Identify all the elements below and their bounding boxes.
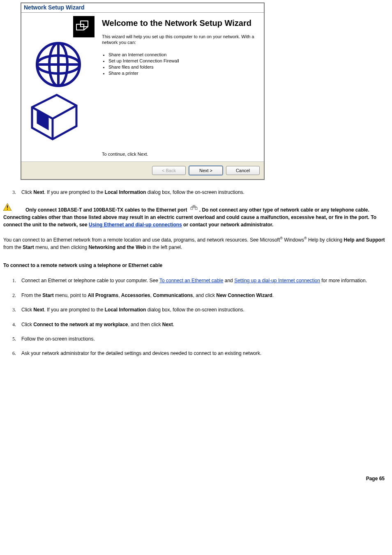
page-number: Page 65: [2, 472, 390, 485]
wizard-titlebar: Network Setup Wizard: [21, 3, 264, 13]
printer-icon: [24, 91, 81, 144]
wizard-button-row: < Back Next > Cancel: [21, 161, 264, 179]
step-text: Follow the on-screen instructions.: [21, 336, 390, 343]
wizard-heading: Welcome to the Network Setup Wizard: [102, 18, 257, 28]
step-text: Click Next. If you are prompted to the L…: [21, 189, 390, 196]
step-number: 2.: [12, 292, 21, 299]
step-text: Click Next. If you are prompted to the L…: [21, 306, 390, 313]
step-number: 5.: [12, 336, 21, 343]
help-paragraph: You can connect to an Ethernet network f…: [3, 236, 389, 251]
wizard-sidebar-art: [21, 13, 98, 161]
connect-ethernet-link[interactable]: To connect an Ethernet cable: [159, 278, 223, 283]
step-number: 4.: [12, 321, 21, 328]
warning-icon: [3, 203, 12, 213]
list-item: 2. From the Start menu, point to All Pro…: [12, 292, 390, 299]
svg-rect-6: [7, 209, 8, 210]
list-item: 1. Connect an Ethernet or telephone cabl…: [12, 277, 390, 284]
step-text: Connect an Ethernet or telephone cable t…: [21, 277, 390, 284]
wizard-continue: To continue, click Next.: [102, 152, 257, 158]
wizard-bullet: Share files and folders: [108, 64, 257, 70]
dialup-setup-link[interactable]: Setting up a dial-up Internet connection: [234, 278, 320, 283]
ethernet-dialup-link[interactable]: Using Ethernet and dial-up connections: [89, 222, 182, 228]
svg-rect-8: [195, 207, 197, 210]
step-number: 6.: [12, 350, 21, 357]
network-computers-icon: [73, 16, 95, 37]
list-item: 4. Click Connect to the network at my wo…: [12, 321, 390, 328]
next-button[interactable]: Next >: [189, 166, 223, 175]
list-item: 5. Follow the on-screen instructions.: [12, 336, 390, 343]
wizard-bullet: Share a printer: [108, 70, 257, 76]
step-3: 3. Click Next. If you are prompted to th…: [12, 189, 390, 196]
globe-icon: [33, 40, 86, 89]
wizard-bullet: Set up Internet Connection Firewall: [108, 58, 257, 64]
wizard-bullets: Share an Internet connection Set up Inte…: [102, 51, 257, 77]
step-number: 1.: [12, 277, 21, 284]
list-item: 6. Ask your network administrator for th…: [12, 350, 390, 357]
step-text: Ask your network administrator for the d…: [21, 350, 390, 357]
step-text: From the Start menu, point to All Progra…: [21, 292, 390, 299]
step-number: 3.: [12, 306, 21, 313]
procedure-heading: To connect to a remote network using a t…: [3, 263, 389, 268]
ethernet-port-icon: [189, 205, 198, 213]
list-item: 3. Click Next. If you are prompted to th…: [12, 306, 390, 313]
step-text: Click Connect to the network at my workp…: [21, 321, 390, 328]
step-number: 3.: [12, 189, 21, 196]
svg-rect-7: [191, 207, 193, 210]
cancel-button[interactable]: Cancel: [226, 166, 260, 175]
wizard-bullet: Share an Internet connection: [108, 52, 257, 58]
back-button[interactable]: < Back: [152, 166, 186, 175]
wizard-dialog: Network Setup Wizard Welcome to the Netw…: [21, 2, 265, 180]
svg-rect-5: [7, 205, 8, 208]
wizard-intro: This wizard will help you set up this co…: [102, 34, 257, 46]
caution-block: Only connect 10BASE-T and 100BASE-TX cab…: [3, 203, 389, 228]
